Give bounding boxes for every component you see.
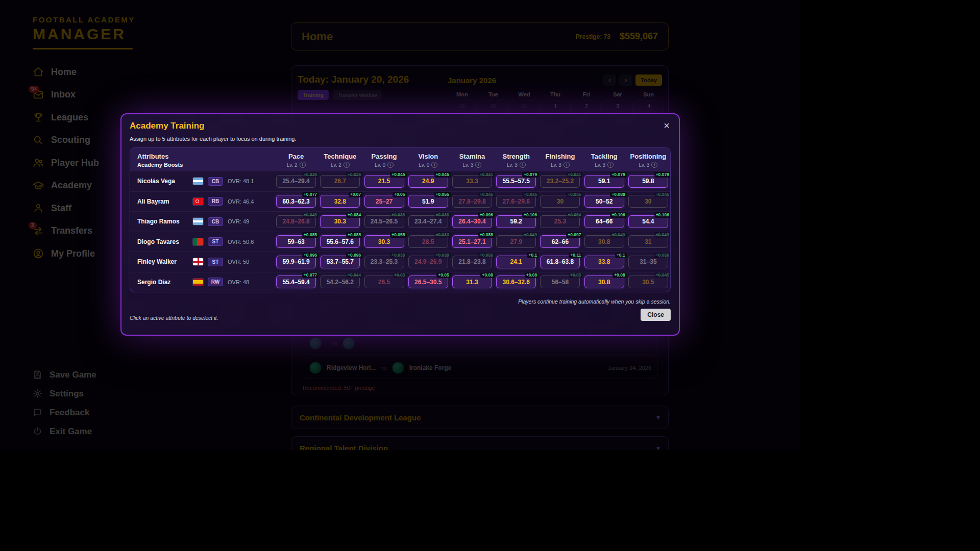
attribute-value: 21.5 — [378, 178, 390, 185]
attribute-cell[interactable]: 31–35+0.056 — [628, 256, 668, 268]
attribute-cell[interactable]: 59.9–61.9+0.096 — [276, 256, 316, 268]
close-button[interactable]: Close — [641, 309, 671, 321]
attribute-cell[interactable]: 32.8+0.07 — [320, 195, 360, 208]
turkey-flag-icon — [193, 198, 203, 205]
training-table: AttributesPaceTechniquePassingVisionStam… — [130, 147, 671, 292]
attribute-cell-wrap: 54.2–56.2+0.044 — [318, 276, 362, 288]
attribute-cell[interactable]: 24.9–26.9+0.038 — [408, 256, 448, 268]
attribute-cell[interactable]: 30+0.045 — [540, 195, 580, 208]
attribute-cell[interactable]: 59–63+0.085 — [276, 235, 316, 248]
attribute-cell[interactable]: 26.5–30.5+0.05 — [408, 276, 448, 288]
attribute-value: 23.3–25.3 — [371, 258, 398, 265]
info-icon[interactable]: i — [475, 162, 481, 168]
attribute-cell[interactable]: 56–58+0.05 — [540, 276, 580, 288]
attribute-cell-wrap: 30.6–32.6+0.08 — [494, 276, 538, 288]
info-icon[interactable]: i — [564, 162, 570, 168]
attribute-cell-wrap: 26.4–30.4+0.096 — [450, 215, 494, 228]
attribute-value: 60.3–62.3 — [282, 198, 309, 205]
attribute-cell[interactable]: 24.1+0.1 — [496, 256, 536, 268]
attribute-cell[interactable]: 30.3+0.055 — [364, 235, 404, 248]
boost-level-label: Lv. 3 — [463, 162, 474, 168]
column-header-technique: Technique — [318, 151, 362, 162]
attribute-cell[interactable]: 30.3+0.084 — [320, 215, 360, 228]
attribute-cell-wrap: 26.5–30.5+0.05 — [406, 276, 450, 288]
attribute-cell[interactable]: 25.3+0.054 — [540, 215, 580, 228]
attribute-cell[interactable]: 55.6–57.6+0.085 — [320, 235, 360, 248]
attribute-cell[interactable]: 23.3–25.3+0.038 — [364, 256, 404, 268]
attribute-cell[interactable]: 24.8–26.8+0.048 — [276, 215, 316, 228]
modal-subtitle: Assign up to 5 attributes for each playe… — [130, 136, 671, 142]
info-icon[interactable]: i — [607, 162, 614, 168]
attribute-value: 25–27 — [376, 198, 393, 205]
attribute-cell[interactable]: 33.3+0.041 — [452, 175, 492, 188]
info-icon[interactable]: i — [344, 162, 350, 168]
info-icon[interactable]: i — [651, 162, 657, 168]
attribute-cell-wrap: 59.2+0.106 — [494, 215, 538, 228]
attribute-value: 51.9 — [422, 198, 434, 205]
attribute-cell[interactable]: 60.3–62.3+0.077 — [276, 195, 316, 208]
attribute-cell[interactable]: 25–27+0.05 — [364, 195, 404, 208]
attribute-cell[interactable]: 24.9+0.045 — [408, 175, 448, 188]
attribute-cell[interactable]: 54.2–56.2+0.044 — [320, 276, 360, 288]
attribute-cell[interactable]: 24.5–26.5+0.036 — [364, 215, 404, 228]
attribute-cell[interactable]: 27.8–29.8+0.045 — [452, 195, 492, 208]
attribute-cell[interactable]: 59.1+0.079 — [584, 175, 624, 188]
attribute-cell[interactable]: 61.8–63.8+0.11 — [540, 256, 580, 268]
attribute-cell[interactable]: 30.6–32.6+0.08 — [496, 276, 536, 288]
attribute-cell-wrap: 59.9–61.9+0.096 — [274, 256, 318, 268]
attribute-cell[interactable]: 30.8+0.08 — [584, 276, 624, 288]
attribute-cell[interactable]: 30.8+0.049 — [584, 235, 624, 248]
attribute-cell[interactable]: 28.5+0.033 — [408, 235, 448, 248]
attribute-cell[interactable]: 30.5+0.045 — [628, 276, 668, 288]
position-badge: RB — [208, 197, 223, 206]
attribute-cell[interactable]: 31+0.049 — [628, 235, 668, 248]
attribute-cell[interactable]: 59.8+0.079 — [628, 175, 668, 188]
training-table-body: Nicolás VegaCBOVR: 48.125.4–29.4+0.03626… — [130, 171, 670, 292]
info-icon[interactable]: i — [300, 162, 306, 168]
attribute-cell[interactable]: 25.4–29.4+0.036 — [276, 175, 316, 188]
boost-badge: +0.05 — [393, 192, 407, 197]
attribute-cell[interactable]: 26.5+0.03 — [364, 276, 404, 288]
attribute-cell[interactable]: 62–66+0.097 — [540, 235, 580, 248]
modal-title: Academy Training — [130, 121, 671, 131]
info-icon[interactable]: i — [431, 162, 437, 168]
attribute-cell[interactable]: 26.4–30.4+0.096 — [452, 215, 492, 228]
attribute-cell[interactable]: 59.2+0.106 — [496, 215, 536, 228]
attribute-cell-wrap: 50–52+0.088 — [582, 195, 626, 208]
attribute-cell[interactable]: 23.4–27.4+0.036 — [408, 215, 448, 228]
attribute-cell[interactable]: 55.5–57.5+0.079 — [496, 175, 536, 188]
info-icon[interactable]: i — [387, 162, 394, 168]
attribute-cell[interactable]: 23.2–25.2+0.041 — [540, 175, 580, 188]
boost-badge: +0.045 — [566, 192, 582, 197]
attribute-cell[interactable]: 27.6–29.6+0.045 — [496, 195, 536, 208]
attribute-value: 24.1 — [510, 258, 522, 265]
attribute-cell[interactable]: 50–52+0.088 — [584, 195, 624, 208]
attribute-cell[interactable]: 21.5+0.045 — [364, 175, 404, 188]
attribute-cell-wrap: 30.8+0.049 — [582, 235, 626, 248]
boost-badge: +0.08 — [525, 272, 539, 278]
attribute-cell-wrap: 30.3+0.055 — [362, 235, 406, 248]
attribute-cell[interactable]: 33.8+0.1 — [584, 256, 624, 268]
attribute-cell[interactable]: 64–66+0.106 — [584, 215, 624, 228]
boost-badge: +0.045 — [478, 192, 495, 197]
close-icon[interactable]: × — [664, 120, 670, 131]
player-name: Diogo Tavares — [137, 238, 188, 245]
boost-level-row: Academy BoostsLv. 2iLv. 2iLv. 0iLv. 0iLv… — [130, 162, 670, 168]
attribute-cell[interactable]: 30+0.045 — [628, 195, 668, 208]
attribute-cell[interactable]: 53.7–55.7+0.096 — [320, 256, 360, 268]
attribute-cell[interactable]: 25.1–27.1+0.088 — [452, 235, 492, 248]
position-badge: RW — [208, 278, 223, 286]
boost-level-passing: Lv. 0i — [362, 162, 406, 168]
attribute-cell[interactable]: 51.9+0.055 — [408, 195, 448, 208]
attribute-cell[interactable]: 26.7+0.036 — [320, 175, 360, 188]
attribute-cell[interactable]: 27.9+0.049 — [496, 235, 536, 248]
attribute-cell[interactable]: 21.8–23.8+0.056 — [452, 256, 492, 268]
position-badge: ST — [208, 258, 223, 266]
boost-badge: +0.079 — [610, 172, 626, 178]
attribute-cell[interactable]: 31.3+0.08 — [452, 276, 492, 288]
attribute-cell[interactable]: 54.4+0.106 — [628, 215, 668, 228]
attribute-cell-wrap: 23.3–25.3+0.038 — [362, 256, 406, 268]
info-icon[interactable]: i — [520, 162, 526, 168]
attribute-cell[interactable]: 55.4–59.4+0.077 — [276, 276, 316, 288]
boost-badge: +0.11 — [569, 253, 582, 258]
